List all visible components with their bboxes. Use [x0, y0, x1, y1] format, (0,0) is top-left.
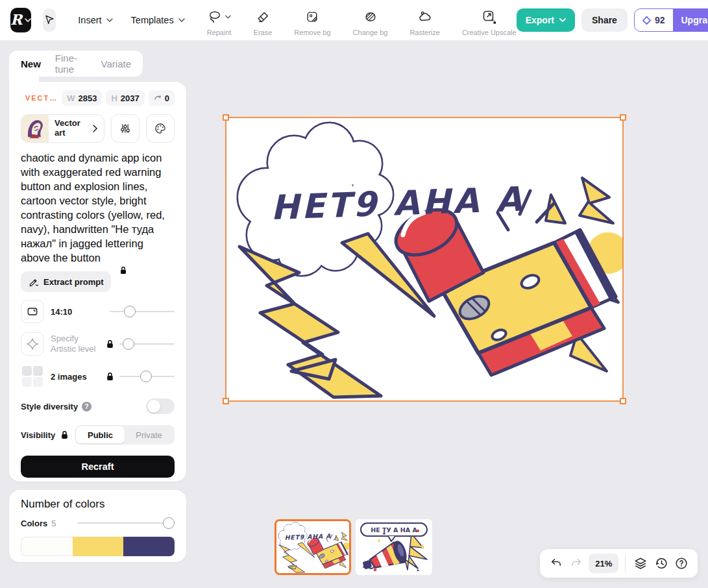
- visibility-private-option[interactable]: Private: [125, 426, 173, 443]
- menu-insert[interactable]: Insert: [78, 15, 112, 25]
- aspect-ratio-row: 14:10: [21, 299, 175, 325]
- layers-icon: [633, 556, 648, 570]
- thumbnail2-bubble-text: НЕ ТУ А НА А: [371, 526, 417, 533]
- palette-button[interactable]: [146, 114, 175, 143]
- remove-bg-tool[interactable]: Remove bg: [294, 4, 330, 36]
- layers-button[interactable]: [632, 553, 649, 574]
- artistic-level-icon: [21, 332, 44, 356]
- style-diversity-toggle[interactable]: [146, 398, 175, 414]
- artistic-level-slider[interactable]: [119, 338, 175, 350]
- selected-artboard[interactable]: НЕТ9 АНА А: [226, 118, 622, 400]
- undo-icon: [550, 557, 563, 570]
- remove-bg-icon: [305, 10, 319, 24]
- help-icon: [674, 556, 689, 570]
- colors-label: Colors: [21, 519, 47, 528]
- select-tool-button[interactable]: [43, 8, 56, 32]
- selection-handle-bottom-right[interactable]: [620, 398, 626, 404]
- erase-tool[interactable]: Erase: [254, 4, 273, 36]
- selection-info-row: VECT… W 2853 H 2037 0: [21, 90, 175, 106]
- height-field[interactable]: H 2037: [106, 90, 144, 106]
- tab-new[interactable]: New: [21, 58, 41, 69]
- swatch-white[interactable]: [21, 537, 73, 556]
- palette-swatches: [21, 537, 175, 556]
- artistic-level-label: Specify Artistic level: [51, 334, 103, 355]
- result-thumbnail-1[interactable]: [275, 519, 351, 575]
- pen-icon: [29, 276, 39, 287]
- repaint-tool[interactable]: Repaint: [207, 4, 232, 36]
- chevron-down-icon: [559, 18, 566, 22]
- recraft-logo-icon: R: [10, 12, 22, 27]
- rasterize-tool[interactable]: Rasterize: [409, 4, 439, 36]
- zoom-level[interactable]: 21%: [589, 554, 618, 573]
- result-thumbnail-2-image: НЕ ТУ А НА А: [356, 519, 432, 575]
- aspect-ratio-slider[interactable]: [110, 306, 175, 317]
- creative-upscale-icon: [482, 9, 497, 25]
- style-diversity-row: Style diversity ?: [21, 396, 175, 417]
- history-button[interactable]: [653, 553, 670, 574]
- help-tooltip-icon[interactable]: ?: [82, 402, 92, 411]
- style-name-label: Vector art: [55, 119, 86, 138]
- upgrade-button[interactable]: Upgrade: [673, 9, 708, 31]
- style-diversity-label: Style diversity: [21, 402, 78, 411]
- extract-prompt-button[interactable]: Extract prompt: [21, 271, 111, 292]
- chevron-down-icon: [25, 18, 31, 22]
- chevron-down-icon: [178, 18, 185, 22]
- rotation-field[interactable]: 0: [149, 90, 175, 106]
- colors-slider[interactable]: [77, 517, 175, 529]
- lasso-icon: [208, 10, 222, 24]
- visibility-label: Visibility: [21, 430, 55, 440]
- colors-panel-title: Number of colors: [21, 498, 175, 511]
- top-toolbar: R Insert Templates Repaint Erase: [0, 0, 708, 40]
- credits-pill[interactable]: 92 Upgrade: [634, 8, 708, 32]
- lock-icon: [60, 430, 69, 439]
- tab-fine-tune[interactable]: Fine-tune: [55, 53, 87, 75]
- chevron-down-icon: [225, 15, 231, 19]
- artistic-level-row: Specify Artistic level: [21, 331, 175, 357]
- selection-handle-top-right[interactable]: [620, 114, 626, 121]
- undo-button[interactable]: [548, 553, 565, 574]
- colors-count-row: Colors 5: [21, 517, 175, 529]
- toolbar-right-group: Export Share 92 Upgrade: [517, 8, 708, 32]
- creative-upscale-tool[interactable]: Creative Upscale: [462, 4, 517, 36]
- palette-icon: [154, 122, 167, 135]
- selection-handle-bottom-left[interactable]: [223, 398, 229, 404]
- sliders-icon: [119, 122, 132, 135]
- redo-icon: [570, 557, 583, 570]
- image-count-slider[interactable]: [119, 371, 175, 382]
- style-row: Vector art: [21, 114, 175, 143]
- chevron-down-icon: [106, 18, 113, 22]
- style-picker-button[interactable]: Vector art: [21, 114, 104, 143]
- prompt-text[interactable]: chaotic and dynamic app icon with exagge…: [21, 151, 175, 265]
- app-logo-menu[interactable]: R: [10, 8, 31, 32]
- swatch-navy[interactable]: [123, 537, 175, 556]
- credits-balance: 92: [635, 9, 673, 31]
- vector-frame-icon: [21, 92, 21, 104]
- swatch-yellow[interactable]: [73, 537, 124, 556]
- recraft-button[interactable]: Recraft: [21, 456, 175, 478]
- help-button[interactable]: [673, 553, 690, 574]
- canvas-status-bar: 21%: [540, 549, 698, 578]
- style-settings-button[interactable]: [111, 114, 140, 143]
- history-icon: [654, 556, 668, 570]
- visibility-segmented: Public Private: [75, 425, 175, 445]
- tab-variate[interactable]: Variate: [101, 58, 131, 69]
- result-thumbnail-2[interactable]: НЕ ТУ А НА А: [356, 519, 432, 575]
- selection-handle-top-left[interactable]: [223, 114, 229, 121]
- visibility-public-option[interactable]: Public: [76, 426, 125, 443]
- change-bg-icon: [363, 10, 378, 24]
- share-button[interactable]: Share: [581, 8, 628, 32]
- lock-icon: [106, 372, 114, 381]
- change-bg-tool[interactable]: Change bg: [353, 4, 388, 36]
- artwork-image: НЕТ9 АНА А: [226, 118, 622, 400]
- result-thumbnail-1-image: [276, 521, 349, 573]
- image-count-label: 2 images: [51, 372, 87, 382]
- menu-templates[interactable]: Templates: [131, 15, 185, 25]
- generation-results: НЕ ТУ А НА А: [275, 519, 432, 575]
- chevron-right-icon: [93, 125, 97, 132]
- width-field[interactable]: W 2853: [62, 90, 102, 106]
- image-count-row: 2 images: [21, 363, 175, 389]
- export-button[interactable]: Export: [517, 8, 575, 32]
- redo-button[interactable]: [568, 553, 585, 574]
- rotate-icon: [154, 94, 162, 102]
- eraser-icon: [256, 10, 270, 24]
